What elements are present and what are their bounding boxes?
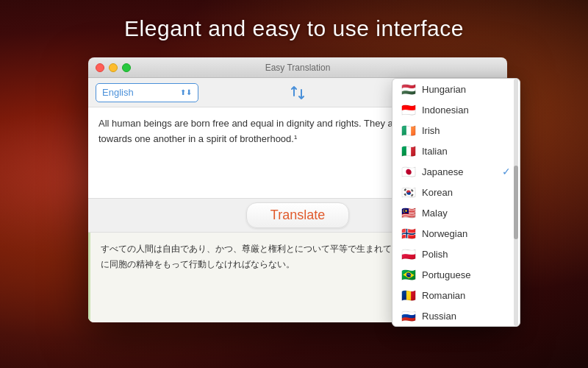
language-label: Malay: [422, 208, 448, 219]
minimize-button[interactable]: [109, 63, 118, 72]
translate-button[interactable]: Translate: [246, 202, 349, 228]
dropdown-item-hungarian[interactable]: 🇭🇺Hungarian: [392, 79, 520, 99]
maximize-button[interactable]: [122, 63, 131, 72]
dropdown-item-romanian[interactable]: 🇷🇴Romanian: [392, 285, 520, 305]
language-label: Japanese: [422, 166, 463, 177]
dropdown-item-irish[interactable]: 🇮🇪Irish: [392, 120, 520, 141]
dropdown-items-container: 🇭🇺Hungarian🇮🇩Indonesian🇮🇪Irish🇮🇹Italian🇯…: [392, 79, 520, 326]
language-label: Norwegian: [422, 228, 467, 239]
language-label: Russian: [422, 311, 456, 322]
dropdown-item-polish[interactable]: 🇵🇱Polish: [392, 244, 520, 264]
flag-icon: 🇲🇾: [401, 208, 416, 218]
close-button[interactable]: [96, 63, 104, 72]
flag-icon: 🇧🇷: [401, 269, 416, 280]
traffic-lights: [96, 63, 131, 72]
swap-languages-button[interactable]: [287, 82, 308, 103]
flag-icon: 🇷🇺: [401, 311, 416, 321]
source-language-select[interactable]: English ⬆⬇: [96, 83, 198, 102]
language-label: Hungarian: [422, 84, 466, 95]
language-label: Korean: [422, 187, 453, 198]
flag-icon: 🇳🇴: [401, 228, 416, 238]
dropdown-item-indonesian[interactable]: 🇮🇩Indonesian: [392, 99, 520, 120]
language-label: Polish: [422, 249, 448, 260]
dropdown-item-korean[interactable]: 🇰🇷Korean: [392, 182, 520, 202]
flag-icon: 🇭🇺: [401, 84, 416, 94]
flag-icon: 🇮🇩: [401, 105, 416, 115]
flag-icon: 🇯🇵: [401, 166, 416, 177]
language-label: Romanian: [422, 290, 465, 301]
language-label: Portuguese: [422, 269, 471, 280]
language-label: Indonesian: [422, 105, 469, 116]
flag-icon: 🇵🇱: [401, 249, 416, 259]
selected-checkmark: ✓: [502, 166, 511, 177]
language-label: Irish: [422, 125, 440, 136]
flag-icon: 🇰🇷: [401, 187, 416, 197]
flag-icon: 🇮🇪: [401, 125, 416, 135]
dropdown-item-malay[interactable]: 🇲🇾Malay: [392, 202, 520, 223]
swap-button-container: [206, 82, 390, 103]
source-language-label: English: [102, 87, 134, 98]
dropdown-item-norwegian[interactable]: 🇳🇴Norwegian: [392, 223, 520, 244]
dropdown-item-japanese[interactable]: 🇯🇵Japanese✓: [392, 161, 520, 182]
scrollbar-thumb: [514, 166, 518, 240]
scrollbar-track[interactable]: [514, 79, 518, 326]
flag-icon: 🇮🇹: [401, 146, 416, 156]
dropdown-item-russian[interactable]: 🇷🇺Russian: [392, 305, 520, 326]
language-dropdown: 🇭🇺Hungarian🇮🇩Indonesian🇮🇪Irish🇮🇹Italian🇯…: [392, 78, 520, 327]
titlebar: Easy Translation: [88, 57, 507, 78]
titlebar-title: Easy Translation: [265, 63, 331, 73]
headline: Elegant and easy to use interface: [0, 16, 588, 41]
source-language-arrow: ⬆⬇: [180, 88, 192, 96]
flag-icon: 🇷🇴: [401, 290, 416, 300]
dropdown-item-portuguese[interactable]: 🇧🇷Portuguese: [392, 264, 520, 285]
dropdown-item-italian[interactable]: 🇮🇹Italian: [392, 141, 520, 161]
language-label: Italian: [422, 146, 448, 157]
